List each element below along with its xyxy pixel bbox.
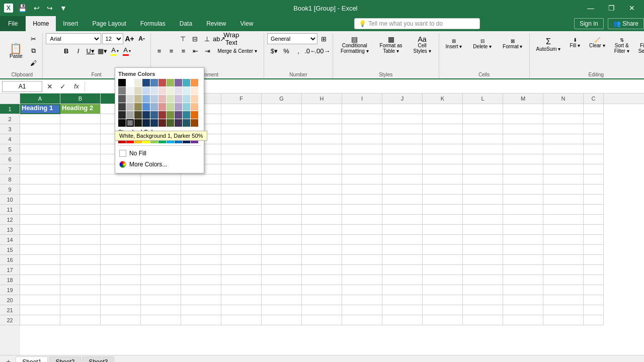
format-table-button[interactable]: ▦ Format asTable ▾ xyxy=(375,33,407,56)
row-num-5[interactable]: 5 xyxy=(0,144,20,154)
cell-B14[interactable] xyxy=(60,235,101,245)
cell-C9[interactable] xyxy=(101,185,141,195)
row-num-2[interactable]: 2 xyxy=(0,114,20,124)
cell-K7[interactable] xyxy=(423,164,463,174)
cell-M10[interactable] xyxy=(503,195,543,205)
cell-H19[interactable] xyxy=(302,285,342,295)
cell-K9[interactable] xyxy=(423,185,463,195)
cell-B2[interactable] xyxy=(60,114,101,124)
cell-G12[interactable] xyxy=(262,215,302,225)
cell-D15[interactable] xyxy=(141,245,181,255)
cell-K6[interactable] xyxy=(423,154,463,164)
add-sheet-button[interactable]: + xyxy=(2,356,15,363)
cell-J5[interactable] xyxy=(382,144,423,154)
cell-K16[interactable] xyxy=(423,255,463,265)
cut-button[interactable]: ✂ xyxy=(28,33,39,44)
cell-I13[interactable] xyxy=(342,225,382,235)
currency-button[interactable]: $▾ xyxy=(269,45,280,56)
cell-M11[interactable] xyxy=(503,205,543,215)
cell-G6[interactable] xyxy=(262,154,302,164)
tell-me-box[interactable]: 💡 Tell me what you want to do xyxy=(354,18,480,29)
row-num-13[interactable]: 13 xyxy=(0,225,20,235)
cell-D20[interactable] xyxy=(141,295,181,305)
left-align-button[interactable]: ≡ xyxy=(154,45,165,56)
cell-A4[interactable] xyxy=(20,134,60,144)
border-button[interactable]: ▦▾ xyxy=(97,45,108,56)
cell-O22[interactable] xyxy=(584,315,604,325)
cell-G10[interactable] xyxy=(262,195,302,205)
theme-swatch-3-3[interactable] xyxy=(142,103,150,111)
cell-G2[interactable] xyxy=(262,114,302,124)
cell-G5[interactable] xyxy=(262,144,302,154)
clear-button[interactable]: 🧹 Clear ▾ xyxy=(586,35,609,50)
cell-F11[interactable] xyxy=(221,205,262,215)
cell-M2[interactable] xyxy=(503,114,543,124)
theme-swatch-4-8[interactable] xyxy=(183,111,190,119)
cell-K2[interactable] xyxy=(423,114,463,124)
cell-G18[interactable] xyxy=(262,275,302,285)
cell-E11[interactable] xyxy=(181,205,221,215)
sheet-tab-sheet3[interactable]: Sheet3 xyxy=(82,356,114,362)
cell-C20[interactable] xyxy=(101,295,141,305)
cell-G4[interactable] xyxy=(262,134,302,144)
shrink-font-button[interactable]: A- xyxy=(136,33,147,44)
row-num-15[interactable]: 15 xyxy=(0,245,20,255)
close-button[interactable]: ✕ xyxy=(624,2,640,14)
cell-F2[interactable] xyxy=(221,114,262,124)
cell-A12[interactable] xyxy=(20,215,60,225)
cell-C13[interactable] xyxy=(101,225,141,235)
cell-G7[interactable] xyxy=(262,164,302,174)
cell-K12[interactable] xyxy=(423,215,463,225)
row-num-6[interactable]: 6 xyxy=(0,154,20,164)
theme-swatch-4-0[interactable] xyxy=(118,111,126,119)
cell-E20[interactable] xyxy=(181,295,221,305)
cell-B12[interactable] xyxy=(60,215,101,225)
cell-J21[interactable] xyxy=(382,305,423,315)
percent-button[interactable]: % xyxy=(281,45,292,56)
theme-swatch-5-4[interactable] xyxy=(150,119,158,127)
cell-O14[interactable] xyxy=(584,235,604,245)
cell-N15[interactable] xyxy=(543,245,584,255)
cell-E22[interactable] xyxy=(181,315,221,325)
cell-B19[interactable] xyxy=(60,285,101,295)
cell-E13[interactable] xyxy=(181,225,221,235)
cell-A17[interactable] xyxy=(20,265,60,275)
cell-K21[interactable] xyxy=(423,305,463,315)
theme-swatch-0-8[interactable] xyxy=(183,79,190,86)
cell-M4[interactable] xyxy=(503,134,543,144)
cell-O20[interactable] xyxy=(584,295,604,305)
cell-L8[interactable] xyxy=(463,174,503,185)
cell-M20[interactable] xyxy=(503,295,543,305)
number-format-expand[interactable]: ⊞ xyxy=(318,33,330,44)
theme-swatch-3-2[interactable] xyxy=(134,103,142,111)
increase-indent-button[interactable]: ⇥ xyxy=(202,45,213,56)
col-header-H[interactable]: H xyxy=(302,94,342,104)
cell-M8[interactable] xyxy=(503,174,543,185)
cell-F20[interactable] xyxy=(221,295,262,305)
cell-J2[interactable] xyxy=(382,114,423,124)
cell-F3[interactable] xyxy=(221,124,262,134)
tab-data[interactable]: Data xyxy=(173,16,199,31)
cell-A9[interactable] xyxy=(20,185,60,195)
theme-swatch-3-4[interactable] xyxy=(150,103,158,111)
theme-swatch-5-7[interactable] xyxy=(175,119,182,127)
theme-swatch-2-2[interactable] xyxy=(134,95,142,103)
cell-N16[interactable] xyxy=(543,255,584,265)
cell-M3[interactable] xyxy=(503,124,543,134)
cell-J16[interactable] xyxy=(382,255,423,265)
row-num-8[interactable]: 8 xyxy=(0,174,20,185)
cell-J9[interactable] xyxy=(382,185,423,195)
cell-M22[interactable] xyxy=(503,315,543,325)
cell-F15[interactable] xyxy=(221,245,262,255)
cell-B13[interactable] xyxy=(60,225,101,235)
copy-button[interactable]: ⧉ xyxy=(28,45,39,56)
theme-swatch-2-8[interactable] xyxy=(183,95,190,103)
cell-A7[interactable] xyxy=(20,164,60,174)
cell-L3[interactable] xyxy=(463,124,503,134)
theme-swatch-5-3[interactable] xyxy=(142,119,150,127)
cell-O8[interactable] xyxy=(584,174,604,185)
cell-I5[interactable] xyxy=(342,144,382,154)
cell-B3[interactable] xyxy=(60,124,101,134)
cell-G19[interactable] xyxy=(262,285,302,295)
cell-D10[interactable] xyxy=(141,195,181,205)
